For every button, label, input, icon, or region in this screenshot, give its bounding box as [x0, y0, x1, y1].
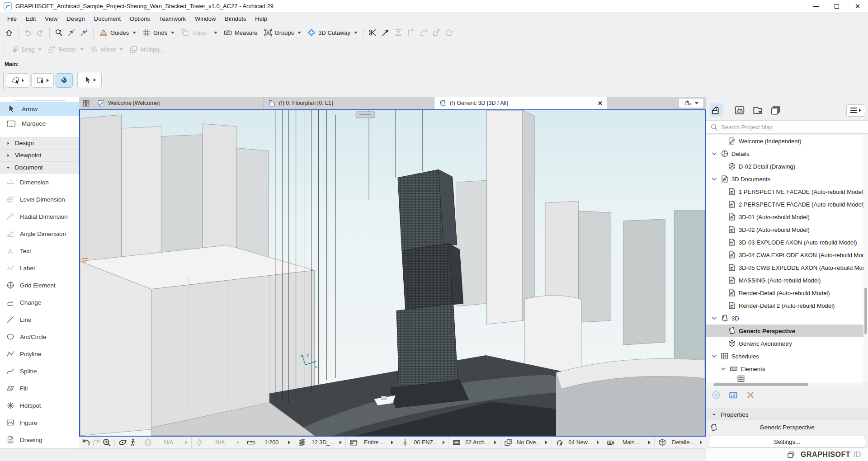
tree-item-3d-02-auto-rebuild-model[interactable]: 3D-02 (Auto-rebuild Model)	[706, 223, 868, 236]
toolbox-item-hotspot[interactable]: Hotspot	[0, 397, 79, 414]
guides-dropdown[interactable]: Guides	[96, 26, 139, 39]
drag-dropdown[interactable]: Drag	[8, 43, 45, 56]
orbit-icon[interactable]	[118, 438, 127, 447]
toolbox-group-viewpoint[interactable]: Viewpoint	[0, 149, 79, 161]
3d-cutaway-dropdown[interactable]: 3D Cutaway	[304, 26, 361, 39]
inject-parameters-button[interactable]	[78, 26, 90, 39]
arrow-tool-button[interactable]	[77, 72, 102, 88]
tab-close-icon[interactable]: ✕	[593, 100, 603, 107]
tree-item-3d-documents[interactable]: 3D Documents	[706, 173, 868, 185]
tree-item-1-perspective-facade-auto-rebuild-model[interactable]: 1 PERSPECTIVE FACADE (Auto-rebuild Model…	[706, 185, 868, 198]
chevron-expand-icon[interactable]	[711, 175, 718, 183]
resize-button[interactable]	[430, 26, 443, 39]
chevron-expand-icon[interactable]	[720, 365, 727, 372]
tree-item-3d[interactable]: 3D	[706, 312, 868, 325]
tree-item-generic-axonometry[interactable]: Generic Axonometry	[706, 337, 868, 350]
maximize-button[interactable]	[826, 0, 847, 13]
pop-up-navigator-button[interactable]	[679, 98, 704, 108]
graphisoft-id-bar[interactable]: GRAPHISOFT ID	[706, 448, 868, 461]
menu-edit[interactable]: Edit	[21, 14, 40, 24]
toolbox-item-text[interactable]: AText	[0, 242, 79, 259]
redo-button[interactable]	[34, 26, 47, 39]
menu-help[interactable]: Help	[250, 14, 272, 24]
chevron-expand-icon[interactable]	[711, 353, 718, 360]
marquee-polygon-button[interactable]	[6, 73, 29, 88]
gravity-magnet-button[interactable]	[56, 73, 73, 88]
undo-button[interactable]	[21, 26, 34, 39]
3d-viewport[interactable]: y x	[79, 109, 706, 437]
toolbox-item-line[interactable]: Line	[0, 311, 79, 328]
tree-item-schedules[interactable]: Schedules	[706, 350, 868, 362]
measure-button[interactable]: 12 Measure	[221, 26, 261, 39]
status-entire-control[interactable]: Entire ...	[345, 437, 397, 448]
tree-item-3d-04-cwa-explode-axon-auto-rebuild-model[interactable]: 3D-04 CWA EXPLODE AXON (Auto-rebuild Mod…	[706, 249, 868, 261]
menu-options[interactable]: Options	[125, 14, 155, 24]
forward-icon[interactable]	[92, 438, 101, 447]
menu-view[interactable]: View	[40, 14, 62, 24]
tree-item-3d-01-auto-rebuild-model[interactable]: 3D-01 (Auto-rebuild Model)	[706, 211, 868, 223]
status-main-control[interactable]: Main ...	[603, 437, 654, 448]
view-map-button[interactable]	[733, 103, 746, 117]
toolbox-item-drawing[interactable]: Drawing	[0, 431, 79, 448]
find-select-button[interactable]	[52, 26, 65, 39]
toolbox-group-design[interactable]: Design	[0, 137, 79, 149]
status-00-enz-control[interactable]: 00 ENZ...	[397, 437, 448, 448]
status-02-arch-control[interactable]: 02 Arch...	[448, 437, 500, 448]
toolbox-item-spline[interactable]: Spline	[0, 362, 79, 380]
properties-header[interactable]: Properties	[706, 409, 868, 420]
delete-viewpoint-icon[interactable]	[746, 390, 755, 400]
tree-item-generic-perspective[interactable]: Generic Perspective	[706, 325, 868, 337]
minimize-button[interactable]: ―	[806, 0, 826, 13]
close-button[interactable]: ✕	[847, 0, 868, 13]
publisher-button[interactable]	[769, 103, 783, 117]
tree-horizontal-scrollbar[interactable]	[706, 382, 863, 387]
toolbox-item-angle-dimension[interactable]: αAngle Dimension	[0, 225, 79, 242]
grids-dropdown[interactable]: Grids	[139, 26, 178, 39]
pick-up-parameters-button[interactable]	[65, 26, 78, 39]
menu-bimdots[interactable]: Bimdots	[220, 14, 250, 24]
tree-item-details[interactable]: Details	[706, 147, 868, 160]
toolbox-item-label[interactable]: ALabel	[0, 259, 79, 277]
status-04-new-control[interactable]: 04 New...	[552, 437, 603, 448]
trace-dropdown[interactable]: Trace	[178, 26, 221, 39]
menu-teamwork[interactable]: Teamwork	[155, 14, 190, 24]
toolbox-item-dimension[interactable]: 1.2Dimension	[0, 174, 79, 191]
project-map-button[interactable]	[710, 103, 723, 117]
tree-item-d-02-detail-drawing[interactable]: D-02 Detail (Drawing)	[706, 160, 868, 173]
toolbox-item-arc-circle[interactable]: Arc/Circle	[0, 328, 79, 345]
menu-file[interactable]: File	[3, 14, 21, 24]
walk-mode-icon[interactable]	[128, 438, 137, 447]
add-viewpoint-icon[interactable]	[712, 390, 721, 400]
multiply-button[interactable]: Multiply...	[126, 43, 168, 56]
chevron-expand-icon[interactable]	[711, 315, 718, 322]
toolbox-item-polyline[interactable]: Polyline	[0, 345, 79, 362]
settings-button[interactable]: Settings...	[709, 436, 865, 448]
menu-window[interactable]: Window	[190, 14, 220, 24]
tree-item-render-detail-auto-rebuild-model[interactable]: Render-Detail (Auto-rebuild Model)	[706, 287, 868, 299]
tree-item-3d-05-cwb-explode-axon-auto-rebuild-model[interactable]: 3D-05 CWB EXPLODE AXON (Auto-rebuild Mod…	[706, 261, 868, 274]
elevate-button[interactable]	[392, 26, 405, 39]
tree-item-elements[interactable]: Elements	[706, 362, 868, 375]
toolbox-item-figure[interactable]: Figure	[0, 414, 79, 431]
status-12-3d-control[interactable]: 12 3D_...	[294, 437, 345, 448]
toolbox-item-fill[interactable]: Fill	[0, 380, 79, 397]
split-button[interactable]	[367, 26, 379, 39]
toolbox-group-document[interactable]: Document	[0, 161, 79, 174]
tab-generic-3d-3d-all[interactable]: (!) Generic 3D [3D / All]✕	[434, 97, 607, 109]
status-n-a-control[interactable]: N/A	[140, 437, 191, 448]
viewpoint-settings-icon[interactable]	[729, 390, 738, 400]
toolbox-item-arrow[interactable]: Arrow	[0, 102, 79, 116]
status-1-200-control[interactable]: 1:200	[243, 437, 294, 448]
status-detaile-control[interactable]: Detaile...	[654, 437, 706, 448]
tree-item-render-detail-2-auto-rebuild-model[interactable]: Render-Detail 2 (Auto-rebuild Model)	[706, 299, 868, 312]
tab-overview-button[interactable]	[79, 97, 93, 109]
toolbox-item-change[interactable]: Change	[0, 294, 79, 311]
toolbox-item-grid-element[interactable]: Grid Element	[0, 277, 79, 294]
marquee-rectangle-button[interactable]	[31, 73, 54, 88]
mirror-dropdown[interactable]: Mirror	[87, 43, 127, 56]
tree-item-3d-03-explode-axon-auto-rebuild-model[interactable]: 3D-03 EXPLODE AXON (Auto-rebuild Model)	[706, 236, 868, 249]
tab-welcome-welcome[interactable]: Welcome [Welcome]	[93, 97, 264, 109]
zoom-in-icon[interactable]	[102, 438, 111, 447]
tab-0-floorplan-0-l1[interactable]: (!) 0. Floorplan [0. L1]	[264, 97, 434, 109]
status-n-a-control[interactable]: N/A	[191, 437, 243, 448]
